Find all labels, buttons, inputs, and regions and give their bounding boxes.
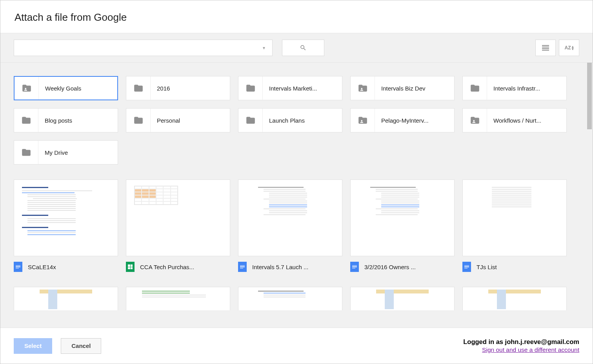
svg-point-3 (473, 120, 475, 121)
login-info: Logged in as john.j.reeve@gmail.com Sign… (463, 338, 579, 353)
file-name: CCA Tech Purchas... (140, 264, 230, 270)
folder-icon (126, 109, 151, 132)
file-thumbnail (238, 179, 342, 256)
page-title: Attach a file from Google (15, 11, 578, 24)
docs-icon (14, 262, 22, 272)
signout-link[interactable]: Sign out and use a different account (482, 346, 579, 353)
file-item[interactable]: SCaLE14x (14, 179, 118, 272)
folder-label: Intervals Infrastr... (487, 85, 566, 92)
select-button[interactable]: Select (14, 338, 52, 354)
search-button[interactable] (282, 40, 324, 56)
file-item[interactable] (238, 287, 342, 310)
file-grid: SCaLE14xCCA Tech Purchas...Intervals 5.7… (14, 179, 576, 272)
folder-icon (238, 76, 263, 100)
folder-item[interactable]: Workflows / Nurt... (462, 108, 567, 132)
file-item[interactable]: Intervals 5.7 Lauch ... (238, 179, 342, 272)
search-box[interactable]: ▼ (14, 40, 273, 56)
folder-item[interactable]: Intervals Infrastr... (462, 76, 567, 100)
view-controls: AZ ▴▾ (535, 40, 579, 56)
cancel-button[interactable]: Cancel (61, 338, 101, 354)
folder-grid: Weekly Goals2016Intervals Marketi...Inte… (14, 76, 576, 165)
docs-icon (350, 262, 359, 272)
file-name: Intervals 5.7 Lauch ... (252, 264, 342, 270)
folder-item[interactable]: 2016 (126, 76, 230, 100)
folder-icon (463, 76, 487, 100)
folder-icon (238, 109, 263, 132)
folder-label: Blog posts (38, 117, 118, 124)
file-item[interactable] (14, 287, 118, 310)
folder-item[interactable]: Blog posts (14, 108, 118, 132)
search-input[interactable] (19, 40, 259, 56)
folder-label: Intervals Marketi... (263, 85, 342, 92)
file-name: SCaLE14x (28, 264, 118, 270)
folder-shared-icon (463, 109, 487, 132)
folder-item[interactable]: Launch Plans (238, 108, 342, 132)
file-item[interactable] (126, 287, 230, 310)
dialog-footer: Select Cancel Logged in as john.j.reeve@… (0, 328, 593, 364)
file-thumbnail (350, 287, 455, 310)
folder-label: Personal (151, 117, 230, 124)
logged-in-text: Logged in as john.j.reeve@gmail.com (463, 338, 579, 346)
scrollbar-thumb[interactable] (587, 63, 592, 129)
svg-point-1 (361, 88, 362, 89)
folder-label: Weekly Goals (39, 85, 117, 92)
folder-item[interactable]: My Drive (14, 140, 118, 165)
file-name: 3/2/2016 Owners ... (364, 264, 455, 270)
file-thumbnail (126, 287, 230, 310)
file-grid-partial (14, 287, 576, 310)
file-item[interactable]: CCA Tech Purchas... (126, 179, 230, 272)
file-thumbnail (350, 179, 455, 256)
folder-item[interactable]: Intervals Marketi... (238, 76, 342, 100)
svg-point-0 (25, 88, 26, 89)
folder-shared-icon (351, 76, 375, 100)
folder-item[interactable]: Intervals Biz Dev (350, 76, 455, 100)
file-thumbnail (14, 287, 118, 310)
file-meta: TJs List (462, 262, 567, 272)
folder-item[interactable]: Weekly Goals (14, 76, 118, 100)
file-meta: 3/2/2016 Owners ... (350, 262, 455, 272)
docs-icon (462, 262, 471, 272)
file-picker-dialog: Attach a file from Google ▼ AZ ▴▾ (0, 0, 593, 364)
docs-icon (238, 262, 247, 272)
folder-label: Pelago-MyInterv... (375, 117, 454, 124)
file-thumbnail (462, 179, 567, 256)
file-item[interactable]: 3/2/2016 Owners ... (350, 179, 455, 272)
folder-icon (14, 109, 38, 132)
list-icon (542, 45, 549, 51)
search-icon (300, 44, 307, 51)
file-thumbnail (126, 179, 230, 256)
file-item[interactable] (350, 287, 455, 310)
folder-shared-icon (351, 109, 375, 132)
file-meta: Intervals 5.7 Lauch ... (238, 262, 342, 272)
file-meta: CCA Tech Purchas... (126, 262, 230, 272)
folder-item[interactable]: Pelago-MyInterv... (350, 108, 455, 132)
folder-label: Workflows / Nurt... (487, 117, 566, 124)
folder-label: 2016 (151, 85, 230, 92)
folder-icon (14, 141, 38, 164)
folder-item[interactable]: Personal (126, 108, 230, 132)
folder-label: Launch Plans (263, 117, 342, 124)
dialog-header: Attach a file from Google (0, 0, 593, 33)
svg-point-2 (361, 120, 362, 121)
list-view-button[interactable] (535, 40, 556, 56)
content-area: Weekly Goals2016Intervals Marketi...Inte… (0, 63, 586, 328)
folder-icon (126, 76, 151, 100)
file-thumbnail (238, 287, 342, 310)
file-meta: SCaLE14x (14, 262, 118, 272)
file-name: TJs List (477, 264, 567, 270)
file-item[interactable] (462, 287, 567, 310)
folder-label: Intervals Biz Dev (375, 85, 454, 92)
folder-shared-icon (15, 77, 39, 100)
content-wrap: Weekly Goals2016Intervals Marketi...Inte… (0, 63, 593, 328)
toolbar: ▼ AZ ▴▾ (0, 33, 593, 63)
scrollbar[interactable] (586, 63, 593, 328)
file-thumbnail (462, 287, 567, 310)
folder-label: My Drive (38, 149, 118, 156)
sheets-icon (126, 262, 135, 272)
sort-button[interactable]: AZ ▴▾ (559, 40, 579, 56)
file-thumbnail (14, 179, 118, 256)
chevron-down-icon[interactable]: ▼ (259, 46, 269, 50)
file-item[interactable]: TJs List (462, 179, 567, 272)
sort-az-icon: AZ ▴▾ (565, 45, 574, 51)
